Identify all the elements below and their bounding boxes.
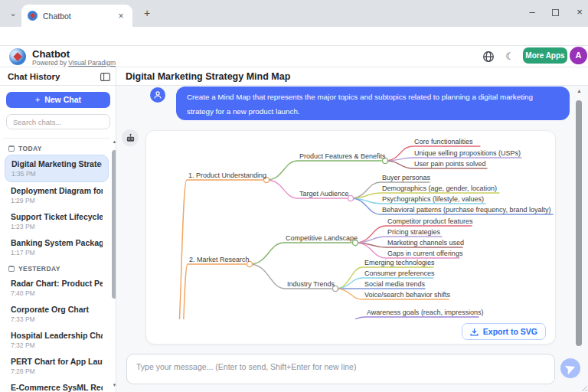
page-title: Digital Marketing Strategy Mind Map: [126, 71, 290, 82]
svg-text:Voice/search behavior shifts: Voice/search behavior shifts: [364, 291, 451, 299]
robot-icon: [126, 133, 136, 143]
message-input-bar: [116, 348, 588, 392]
user-message-avatar: [150, 87, 165, 103]
tab-title: Chatbot: [43, 11, 116, 21]
svg-text:Social media trends: Social media trends: [364, 280, 426, 288]
dark-mode-moon-icon[interactable]: ☾: [504, 51, 516, 63]
powered-by: Powered by Visual Paradigm: [32, 59, 116, 67]
browser-tab[interactable]: Chatbot ×: [21, 5, 132, 27]
svg-text:Marketing channels used: Marketing channels used: [387, 239, 464, 247]
svg-text:Awareness goals (reach, impres: Awareness goals (reach, impressions): [367, 309, 483, 316]
svg-text:Competitor product features: Competitor product features: [387, 217, 473, 225]
window-maximize-button[interactable]: [552, 9, 559, 16]
svg-text:Product Features & Benefits: Product Features & Benefits: [299, 152, 386, 160]
chat-item-time: 7:28 PM: [11, 368, 103, 375]
mindmap-response-card: 1. Product UnderstandingProduct Features…: [145, 130, 556, 345]
svg-text:Demographics (age, gender, loc: Demographics (age, gender, location): [382, 185, 497, 192]
chat-history-item[interactable]: Radar Chart: Product Perfor...7:40 PM: [5, 275, 109, 301]
chat-history-item[interactable]: Corporate Org Chart7:33 PM: [5, 301, 109, 327]
svg-text:Behavioral patterns (purchase: Behavioral patterns (purchase frequency,…: [382, 206, 550, 214]
chat-area: Create a Mind Map that represents the ma…: [116, 86, 588, 348]
svg-text:Core functionalities: Core functionalities: [414, 138, 473, 145]
app-logo: [9, 48, 26, 65]
site-favicon-icon: [28, 11, 38, 21]
browser-toolbar: ← → ↻ ai-toolbox.visual-paradigm.com/app…: [0, 27, 588, 46]
send-button[interactable]: [560, 358, 580, 378]
chat-list: TODAYDigital Marketing Strategy M...1:35…: [3, 138, 110, 392]
resize-grip-icon[interactable]: [580, 384, 587, 391]
chat-history-item[interactable]: PERT Chart for App Launch7:28 PM: [5, 353, 109, 379]
sidebar-scroll-down-icon[interactable]: ▼: [111, 383, 116, 387]
svg-text:User pain points solved: User pain points solved: [414, 160, 486, 168]
language-globe-icon[interactable]: [482, 51, 495, 63]
chat-item-time: 7:40 PM: [11, 289, 103, 297]
svg-text:Industry Trends: Industry Trends: [287, 280, 335, 288]
chat-item-title: Deployment Diagram for Vid...: [11, 186, 103, 195]
calendar-icon: [8, 145, 15, 152]
svg-text:Emerging technologies: Emerging technologies: [364, 259, 435, 266]
svg-text:1. Product Understanding: 1. Product Understanding: [188, 172, 266, 179]
chat-item-time: 1:29 PM: [11, 197, 103, 204]
paper-plane-icon: [564, 362, 577, 375]
chat-history-item[interactable]: Hospital Leadership Chart7:32 PM: [5, 327, 109, 353]
bot-avatar: [122, 129, 139, 146]
tab-close-icon[interactable]: ×: [116, 11, 126, 21]
chat-scrollbar[interactable]: ▲: [574, 86, 585, 348]
chat-item-title: Digital Marketing Strategy M...: [11, 159, 102, 168]
chat-history-item[interactable]: Deployment Diagram for Vid...1:29 PM: [5, 182, 109, 208]
svg-text:2. Market Research: 2. Market Research: [189, 256, 250, 263]
message-input[interactable]: [126, 354, 555, 384]
chat-item-title: Support Ticket Lifecycle: [11, 212, 103, 221]
chat-item-title: Hospital Leadership Chart: [11, 331, 103, 340]
more-apps-button[interactable]: More Apps: [523, 47, 567, 64]
download-icon: [470, 328, 479, 336]
collapse-panel-icon[interactable]: [100, 73, 110, 81]
browser-tab-strip: ⌄ Chatbot × + – ×: [0, 0, 588, 27]
svg-text:Pricing strategies: Pricing strategies: [387, 228, 441, 236]
chat-item-time: 1:35 PM: [11, 170, 102, 178]
chat-item-time: 7:32 PM: [11, 341, 103, 349]
chat-history-title: Chat History: [8, 72, 60, 81]
chat-history-item[interactable]: Banking System Package Dia...1:17 PM: [5, 234, 109, 260]
tab-search-chevron-icon[interactable]: ⌄: [6, 7, 20, 21]
calendar-icon: [8, 266, 15, 272]
sidebar-scroll-up-icon[interactable]: ▲: [111, 139, 116, 144]
mindmap-svg: 1. Product UnderstandingProduct Features…: [146, 131, 556, 319]
chat-history-item[interactable]: Digital Marketing Strategy M...1:35 PM: [5, 155, 109, 182]
svg-text:Target Audience: Target Audience: [299, 190, 349, 198]
section-label: TODAY: [8, 144, 110, 153]
visual-paradigm-link[interactable]: Visual Paradigm: [68, 59, 116, 67]
chat-history-item[interactable]: Support Ticket Lifecycle1:23 PM: [5, 208, 109, 234]
svg-text:Unique selling propositions (U: Unique selling propositions (USPs): [414, 149, 521, 157]
chat-item-time: 1:23 PM: [11, 223, 103, 230]
svg-text:Gaps in current offerings: Gaps in current offerings: [387, 250, 463, 257]
svg-text:Consumer preferences: Consumer preferences: [364, 270, 435, 277]
chat-scroll-up-icon[interactable]: ▲: [576, 88, 583, 93]
svg-text:Buyer personas: Buyer personas: [382, 174, 431, 181]
new-chat-button[interactable]: +New Chat: [6, 92, 110, 108]
app-name: Chatbot: [32, 48, 70, 60]
export-svg-button[interactable]: Export to SVG: [462, 323, 546, 340]
chat-item-title: Banking System Package Dia...: [11, 238, 103, 247]
chat-item-title: Corporate Org Chart: [11, 305, 103, 314]
person-icon: [153, 90, 162, 100]
chat-scrollbar-thumb[interactable]: [576, 100, 582, 346]
chat-item-title: PERT Chart for App Launch: [11, 357, 103, 366]
user-message-bubble: Create a Mind Map that represents the ma…: [176, 87, 570, 120]
window-minimize-button[interactable]: –: [524, 5, 541, 21]
chat-item-title: E-Commerce SysML Require...: [11, 383, 103, 392]
chat-item-time: 7:33 PM: [11, 315, 103, 323]
sidebar: +New Chat TODAYDigital Marketing Strateg…: [0, 86, 116, 392]
new-tab-button[interactable]: +: [140, 7, 154, 21]
conversation-header: Digital Marketing Strategy Mind Map: [116, 67, 588, 86]
plus-icon: +: [35, 95, 40, 104]
user-avatar[interactable]: A: [570, 47, 587, 64]
chat-item-time: 1:17 PM: [11, 249, 103, 256]
section-label: YESTERDAY: [8, 264, 110, 273]
svg-text:Psychographics (lifestyle, val: Psychographics (lifestyle, values): [382, 195, 484, 203]
window-close-button[interactable]: ×: [571, 5, 588, 21]
chat-item-title: Radar Chart: Product Perfor...: [11, 279, 103, 288]
svg-text:Competitive Landscape: Competitive Landscape: [286, 234, 358, 242]
chat-history-item[interactable]: E-Commerce SysML Require...: [5, 379, 109, 392]
search-input[interactable]: [6, 114, 110, 129]
